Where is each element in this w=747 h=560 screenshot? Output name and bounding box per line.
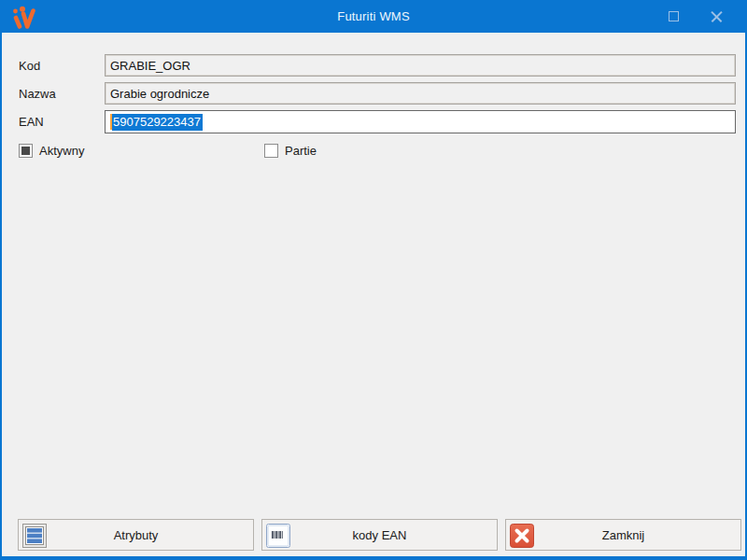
partie-checkbox-box[interactable] bbox=[264, 144, 278, 158]
atrybuty-button[interactable]: Atrybuty bbox=[18, 519, 254, 551]
list-icon bbox=[22, 524, 47, 548]
ean-field[interactable]: 5907529223437 bbox=[105, 110, 736, 133]
maximize-icon bbox=[669, 11, 679, 21]
aktywny-checkbox-label: Aktywny bbox=[39, 144, 84, 158]
kod-field[interactable]: GRABIE_OGR bbox=[105, 54, 736, 77]
kod-value: GRABIE_OGR bbox=[110, 59, 190, 73]
ean-label: EAN bbox=[19, 110, 44, 133]
kody-ean-button-label: kody EAN bbox=[353, 528, 407, 542]
partie-checkbox[interactable]: Partie bbox=[264, 144, 317, 158]
barcode-icon bbox=[266, 524, 290, 548]
window-title: Futuriti WMS bbox=[0, 0, 747, 33]
nazwa-field[interactable]: Grabie ogrodnicze bbox=[105, 82, 736, 105]
aktywny-checkbox-box[interactable] bbox=[19, 144, 33, 158]
checkbox-row: Aktywny Partie bbox=[2, 144, 745, 161]
kody-ean-button[interactable]: kody EAN bbox=[261, 519, 498, 551]
titlebar[interactable]: Futuriti WMS bbox=[0, 0, 747, 33]
maximize-button[interactable] bbox=[652, 0, 695, 33]
close-button[interactable] bbox=[695, 0, 738, 33]
ean-value-selected: 5907529223437 bbox=[112, 114, 203, 131]
close-red-icon bbox=[510, 524, 534, 548]
nazwa-label: Nazwa bbox=[19, 82, 56, 105]
partie-checkbox-label: Partie bbox=[285, 144, 317, 158]
aktywny-checkbox[interactable]: Aktywny bbox=[19, 144, 84, 158]
nazwa-value: Grabie ogrodnicze bbox=[110, 87, 209, 101]
kod-label: Kod bbox=[19, 54, 40, 77]
window-controls bbox=[652, 0, 738, 33]
zamknij-button[interactable]: Zamknij bbox=[505, 519, 741, 551]
atrybuty-button-label: Atrybuty bbox=[114, 528, 159, 542]
futuriti-wms-dialog: Futuriti WMS Kod Nazwa EAN GRABIE_OGR Gr… bbox=[0, 0, 747, 560]
close-icon bbox=[711, 10, 723, 22]
zamknij-button-label: Zamknij bbox=[602, 528, 645, 542]
checkbox-filled-icon bbox=[21, 147, 30, 155]
